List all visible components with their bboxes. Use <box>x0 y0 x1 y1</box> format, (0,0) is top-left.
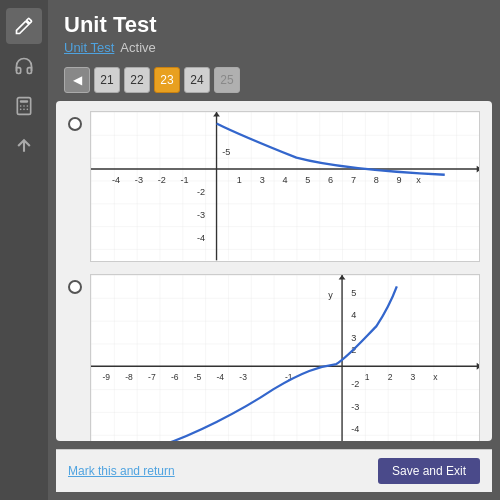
radio-option-2[interactable] <box>68 280 82 294</box>
save-exit-button[interactable]: Save and Exit <box>378 458 480 484</box>
svg-text:-3: -3 <box>351 401 359 411</box>
svg-rect-32 <box>91 275 479 441</box>
graph-option-2: 5 y 4 3 2 -2 -3 -4 -5 -9 -8 -7 -6 <box>68 274 480 441</box>
svg-text:x: x <box>433 372 438 382</box>
svg-text:-2: -2 <box>197 188 205 198</box>
svg-text:8: 8 <box>374 175 379 185</box>
svg-text:y: y <box>328 290 333 300</box>
nav-btn-25[interactable]: 25 <box>214 67 240 93</box>
sidebar-headphones-icon[interactable] <box>6 48 42 84</box>
svg-point-6 <box>23 109 25 111</box>
svg-text:-4: -4 <box>217 372 225 382</box>
sidebar-pencil-icon[interactable] <box>6 8 42 44</box>
svg-point-4 <box>27 105 29 107</box>
nav-btn-23[interactable]: 23 <box>154 67 180 93</box>
svg-text:3: 3 <box>260 175 265 185</box>
svg-text:-1: -1 <box>181 175 189 185</box>
question-nav: ◀ 21 22 23 24 25 <box>48 59 500 101</box>
breadcrumb: Unit Test Active <box>64 40 484 55</box>
nav-btn-24[interactable]: 24 <box>184 67 210 93</box>
graph-box-2: 5 y 4 3 2 -2 -3 -4 -5 -9 -8 -7 -6 <box>90 274 480 441</box>
nav-btn-22[interactable]: 22 <box>124 67 150 93</box>
main-content: Unit Test Unit Test Active ◀ 21 22 23 24… <box>48 0 500 500</box>
svg-text:-2: -2 <box>158 175 166 185</box>
svg-text:-8: -8 <box>125 372 133 382</box>
svg-text:-5: -5 <box>194 372 202 382</box>
svg-text:2: 2 <box>388 372 393 382</box>
sidebar <box>0 0 48 500</box>
svg-text:1: 1 <box>365 372 370 382</box>
svg-text:-2: -2 <box>351 379 359 389</box>
sidebar-calculator-icon[interactable] <box>6 88 42 124</box>
svg-text:-6: -6 <box>171 372 179 382</box>
radio-option-1[interactable] <box>68 117 82 131</box>
svg-text:-4: -4 <box>197 233 205 243</box>
svg-point-5 <box>20 109 22 111</box>
svg-text:4: 4 <box>351 310 356 320</box>
svg-rect-1 <box>20 100 28 103</box>
svg-text:-9: -9 <box>102 372 110 382</box>
svg-text:5: 5 <box>305 175 310 185</box>
header: Unit Test Unit Test Active <box>48 0 500 59</box>
svg-point-3 <box>23 105 25 107</box>
svg-point-2 <box>20 105 22 107</box>
svg-text:-7: -7 <box>148 372 156 382</box>
page-title: Unit Test <box>64 12 484 38</box>
svg-text:-5: -5 <box>222 148 230 158</box>
svg-point-7 <box>27 109 29 111</box>
svg-text:-4: -4 <box>112 175 120 185</box>
svg-text:4: 4 <box>282 175 287 185</box>
mark-return-link[interactable]: Mark this and return <box>68 464 175 478</box>
graph-option-1: -4 -3 -2 -1 1 3 4 5 6 7 8 9 x -2 -3 <box>68 111 480 261</box>
svg-text:1: 1 <box>237 175 242 185</box>
content-area: -4 -3 -2 -1 1 3 4 5 6 7 8 9 x -2 -3 <box>56 101 492 441</box>
svg-text:3: 3 <box>351 333 356 343</box>
svg-text:6: 6 <box>328 175 333 185</box>
svg-text:5: 5 <box>351 287 356 297</box>
nav-btn-21[interactable]: 21 <box>94 67 120 93</box>
prev-nav-button[interactable]: ◀ <box>64 67 90 93</box>
svg-text:-3: -3 <box>239 372 247 382</box>
svg-text:-3: -3 <box>135 175 143 185</box>
svg-text:3: 3 <box>411 372 416 382</box>
svg-text:9: 9 <box>397 175 402 185</box>
graph-box-1: -4 -3 -2 -1 1 3 4 5 6 7 8 9 x -2 -3 <box>90 111 480 261</box>
svg-rect-9 <box>91 112 479 260</box>
svg-text:7: 7 <box>351 175 356 185</box>
svg-text:x: x <box>416 175 421 185</box>
breadcrumb-status: Active <box>120 40 155 55</box>
footer: Mark this and return Save and Exit <box>56 449 492 492</box>
breadcrumb-link[interactable]: Unit Test <box>64 40 114 55</box>
svg-text:-4: -4 <box>351 424 359 434</box>
svg-text:-3: -3 <box>197 211 205 221</box>
sidebar-arrow-icon[interactable] <box>6 128 42 164</box>
